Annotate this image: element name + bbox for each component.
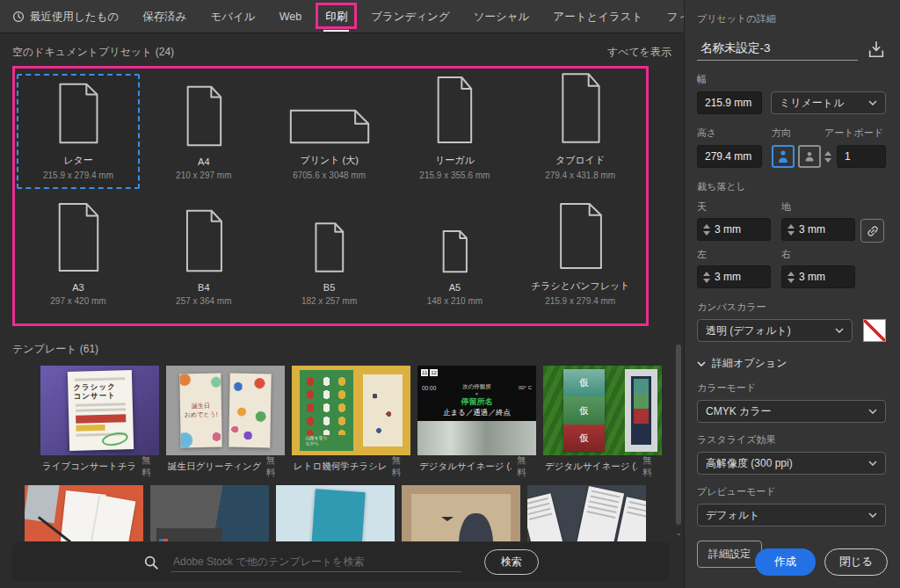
template-thumbnail[interactable]: クラシック コンサート: [40, 366, 159, 455]
tab-mobile[interactable]: モバイル: [210, 0, 255, 33]
bleed-bottom-input[interactable]: 3 mm: [781, 218, 855, 241]
preset-name: リーガル: [435, 154, 475, 167]
preset-card-a3[interactable]: A3 297 x 420 mm: [17, 200, 140, 315]
tab-saved[interactable]: 保存済み: [142, 0, 186, 33]
step-down[interactable]: [703, 279, 710, 283]
portfolio-card-mock: PORTFOLIO: [156, 528, 223, 541]
tab-recent[interactable]: 最近使用したもの: [12, 0, 119, 33]
bleed-right-value: 3 mm: [799, 271, 825, 283]
artboard-step-down[interactable]: [824, 158, 831, 163]
artboard-step-up[interactable]: [824, 151, 831, 156]
preset-card-a4[interactable]: A4 210 x 297 mm: [142, 74, 265, 189]
save-preset-icon[interactable]: [867, 40, 886, 59]
template-card-wireframes[interactable]: [527, 485, 646, 541]
step-down[interactable]: [788, 279, 795, 283]
transparent-color-swatch[interactable]: [863, 319, 886, 342]
preset-card-b4[interactable]: B4 257 x 364 mm: [142, 200, 265, 315]
bleed-top-input[interactable]: 3 mm: [697, 218, 771, 241]
artboard-count-input[interactable]: [837, 145, 886, 168]
color-mode-dropdown[interactable]: CMYK カラー: [697, 400, 886, 423]
create-button[interactable]: 作成: [755, 548, 816, 576]
step-up[interactable]: [788, 224, 795, 229]
preset-card-a5[interactable]: A5 148 x 210 mm: [393, 200, 516, 315]
new-document-dialog: 最近使用したもの 保存済み モバイル Web 印刷 ブランディング ソーシャル …: [0, 0, 900, 588]
preset-name: チラシとパンフレット: [531, 279, 630, 293]
bleed-bottom-value: 3 mm: [799, 223, 825, 236]
poster-caption: 山路を登り ながら: [306, 435, 328, 446]
template-card-notebook[interactable]: [276, 485, 395, 541]
height-input[interactable]: [697, 145, 762, 168]
orientation-label: 方向: [772, 127, 824, 140]
preset-dims: 210 x 297 mm: [176, 171, 231, 180]
step-down[interactable]: [703, 231, 710, 236]
vertical-scrollbar[interactable]: [676, 345, 681, 525]
preset-card-flyer[interactable]: チラシとパンフレット 215.9 x 279.4 mm: [519, 200, 642, 315]
preset-card-letter[interactable]: レター 215.9 x 279.4 mm: [17, 74, 140, 189]
poster-panel: 仮: [563, 425, 605, 452]
template-card-digital-signage-bus[interactable]: 11 12 00:00 次の停留所 00° C ▼ 停留所名 止まる／通過／終点: [417, 366, 536, 478]
search-button[interactable]: 検索: [484, 549, 539, 575]
template-card-birthday-greeting[interactable]: 誕生日 おめでとう! 誕生日グリーティング... 無料: [166, 366, 285, 478]
bleed-left-input[interactable]: 3 mm: [697, 265, 771, 288]
tab-web[interactable]: Web: [279, 0, 301, 33]
orientation-landscape-button[interactable]: [798, 145, 821, 168]
template-thumbnail[interactable]: [402, 485, 520, 541]
poster-mock: 山路を登り ながら: [300, 370, 353, 451]
step-down[interactable]: [788, 231, 795, 236]
orientation-portrait-button[interactable]: [772, 145, 795, 168]
step-up[interactable]: [703, 272, 710, 276]
preset-card-print-large[interactable]: プリント (大) 6705.6 x 3048 mm: [268, 74, 391, 189]
canvas-color-dropdown[interactable]: 透明 (デフォルト): [697, 319, 853, 342]
tab-branding[interactable]: ブランディング: [371, 0, 450, 33]
template-thumbnail[interactable]: 11 12 00:00 次の停留所 00° C ▼ 停留所名 止まる／通過／終点: [417, 366, 536, 455]
template-thumbnail[interactable]: 山路を登り ながら: [292, 366, 410, 455]
scrollbar-down-arrow[interactable]: ⌄: [675, 528, 682, 537]
portrait-person-icon: [777, 149, 789, 163]
template-price: 無料: [266, 454, 283, 479]
width-input[interactable]: [697, 91, 762, 114]
tab-social[interactable]: ソーシャル: [474, 0, 530, 33]
template-card-portfolio[interactable]: PORTFOLIO: [150, 485, 269, 541]
close-button[interactable]: 閉じる: [824, 548, 888, 576]
preview-mode-label: プレビューモード: [697, 485, 886, 498]
document-name-input[interactable]: [697, 38, 858, 61]
sign-time: 00:00: [422, 385, 436, 391]
template-thumbnail[interactable]: 誕生日 おめでとう!: [166, 366, 285, 455]
presets-section-title: 空のドキュメントプリセット (24): [12, 45, 174, 60]
view-all-link[interactable]: すべてを表示: [607, 45, 671, 60]
template-card-retro-geometric[interactable]: 山路を登り ながら レトロ幾何学チラシレ... 無料: [292, 366, 410, 478]
template-card-concert-flyer[interactable]: クラシック コンサート ライブコンサートチラシ... 無料: [40, 366, 159, 478]
preview-mode-dropdown[interactable]: デフォルト: [697, 504, 886, 526]
preset-card-b5[interactable]: B5 182 x 257 mm: [268, 200, 391, 315]
tab-label: 最近使用したもの: [30, 0, 119, 33]
link-bleed-values-button[interactable]: [860, 219, 884, 243]
raster-effects-dropdown[interactable]: 高解像度 (300 ppi): [697, 452, 886, 475]
preset-details-label: プリセットの詳細: [697, 12, 886, 25]
search-icon: [143, 555, 159, 570]
tablet-mock: [25, 485, 62, 523]
unit-dropdown[interactable]: ミリメートル: [771, 91, 886, 114]
advanced-options-toggle[interactable]: 詳細オプション: [697, 356, 886, 371]
template-card-painting[interactable]: [402, 485, 520, 541]
chevron-down-icon: [697, 361, 706, 367]
step-up[interactable]: [788, 272, 795, 276]
template-card-desk-mockup[interactable]: [25, 485, 143, 541]
step-up[interactable]: [703, 224, 710, 229]
preset-card-legal[interactable]: リーガル 215.9 x 355.6 mm: [393, 74, 516, 189]
advanced-options-label: 詳細オプション: [712, 356, 787, 371]
more-settings-button[interactable]: 詳細設定: [697, 541, 762, 568]
template-thumbnail[interactable]: 仮 仮 仮: [543, 366, 662, 455]
tab-art-illustration[interactable]: アートとイラスト: [553, 0, 642, 33]
clock-icon: [12, 11, 25, 23]
bleed-right-input[interactable]: 3 mm: [781, 265, 855, 288]
poster-shape: [76, 425, 106, 432]
template-thumbnail[interactable]: [527, 485, 646, 541]
poster-mock: クラシック コンサート: [68, 370, 134, 451]
preset-card-tabloid[interactable]: タブロイド 279.4 x 431.8 mm: [519, 74, 642, 189]
stock-search-input[interactable]: [171, 552, 461, 572]
template-thumbnail[interactable]: [276, 485, 395, 541]
template-card-digital-signage-kiosk[interactable]: 仮 仮 仮: [543, 366, 662, 478]
template-thumbnail[interactable]: PORTFOLIO: [150, 485, 269, 541]
tab-print[interactable]: 印刷: [325, 0, 347, 33]
template-thumbnail[interactable]: [25, 485, 143, 541]
